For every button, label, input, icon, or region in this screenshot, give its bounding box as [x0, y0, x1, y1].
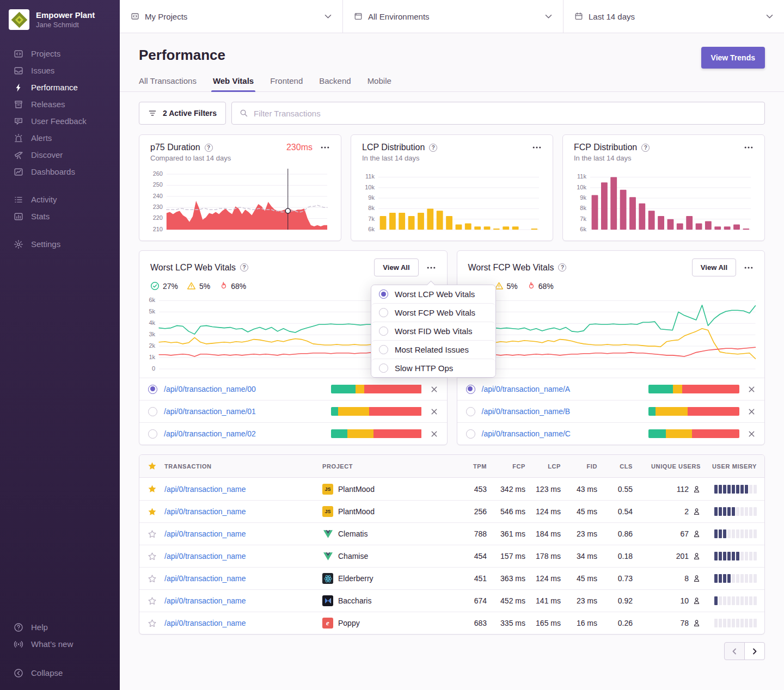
column-header-fcp[interactable]: FCP [487, 463, 525, 470]
view-all-button[interactable]: View All [692, 258, 736, 276]
project-cell[interactable]: Baccharis [322, 595, 457, 606]
help-icon[interactable]: ? [240, 263, 248, 272]
project-cell[interactable]: JSPlantMood [322, 484, 457, 495]
help-icon[interactable]: ? [429, 144, 437, 152]
transaction-link[interactable]: /api/0/transaction_name/02 [164, 429, 256, 438]
star-outline-icon[interactable] [139, 529, 164, 539]
card-menu-icon[interactable] [532, 143, 542, 152]
sidebar-item-dashboards[interactable]: Dashboards [0, 163, 120, 180]
sidebar-item-what-s-new[interactable]: What’s new [0, 636, 120, 652]
sidebar-item-projects[interactable]: Projects [0, 45, 120, 62]
card-menu-icon[interactable] [744, 263, 754, 273]
column-header-transaction[interactable]: TRANSACTION [164, 463, 322, 470]
project-cell[interactable]: ePoppy [322, 618, 457, 629]
transaction-link[interactable]: /api/0/transaction_name/C [482, 429, 571, 438]
tab-mobile[interactable]: Mobile [367, 76, 391, 91]
sidebar-item-releases[interactable]: Releases [0, 96, 120, 113]
org-switcher[interactable]: Empower Plant Jane Schmidt [0, 0, 120, 38]
card-menu-icon[interactable] [320, 143, 330, 152]
dropdown-option-most-related-issues[interactable]: Most Related Issues [371, 340, 495, 359]
dropdown-option-worst-fid-web-vitals[interactable]: Worst FID Web Vitals [371, 322, 495, 340]
transaction-link[interactable]: /api/0/transaction_name [164, 574, 322, 583]
search-input[interactable] [254, 109, 757, 118]
column-header-project[interactable]: PROJECT [322, 463, 457, 470]
close-icon[interactable] [748, 408, 756, 416]
active-filters-button[interactable]: 2 Active Filters [139, 102, 226, 125]
radio-button[interactable] [466, 407, 475, 416]
tab-backend[interactable]: Backend [319, 76, 351, 91]
sidebar-item-discover[interactable]: Discover [0, 146, 120, 163]
svg-text:6k: 6k [368, 226, 375, 232]
sidebar-item-user-feedback[interactable]: User Feedback [0, 113, 120, 130]
dropdown-option-worst-fcp-web-vitals[interactable]: Worst FCP Web Vitals [371, 303, 495, 322]
next-page-button[interactable] [744, 642, 765, 660]
column-header-tpm[interactable]: TPM [457, 463, 487, 470]
table-header-row: TRANSACTIONPROJECTTPMFCPLCPFIDCLSUNIQUE … [139, 455, 764, 478]
help-icon[interactable]: ? [641, 144, 650, 152]
table-row: /api/0/transaction_name ePoppy 683 335 m… [139, 612, 764, 634]
project-cell[interactable]: Clematis [322, 528, 457, 539]
project-cell[interactable]: Elderberry [322, 573, 457, 584]
star-icon[interactable] [139, 461, 164, 471]
column-header-unique-users[interactable]: UNIQUE USERS [633, 463, 701, 470]
dropdown-option-slow-http-ops[interactable]: Slow HTTP Ops [371, 359, 495, 377]
close-icon[interactable] [430, 408, 438, 416]
column-header-lcp[interactable]: LCP [525, 463, 561, 470]
star-outline-icon[interactable] [139, 574, 164, 583]
transaction-link[interactable]: /api/0/transaction_name/A [482, 385, 571, 393]
sidebar-item-help[interactable]: Help [0, 619, 120, 636]
sidebar-item-alerts[interactable]: Alerts [0, 130, 120, 146]
sidebar-item-collapse[interactable]: Collapse [0, 664, 120, 681]
view-trends-button[interactable]: View Trends [701, 47, 765, 69]
close-icon[interactable] [430, 430, 438, 438]
close-icon[interactable] [748, 385, 756, 393]
project-cell[interactable]: Chamise [322, 551, 457, 562]
sidebar-item-performance[interactable]: Performance [0, 79, 120, 96]
close-icon[interactable] [430, 385, 438, 393]
column-header-fid[interactable]: FID [561, 463, 597, 470]
transaction-link[interactable]: /api/0/transaction_name [164, 529, 322, 538]
transaction-link[interactable]: /api/0/transaction_name/01 [164, 407, 256, 416]
card-menu-icon[interactable] [744, 143, 754, 152]
sidebar-item-activity[interactable]: Activity [0, 191, 120, 208]
transaction-link[interactable]: /api/0/transaction_name [164, 619, 322, 627]
transaction-link[interactable]: /api/0/transaction_name [164, 552, 322, 560]
column-header-cls[interactable]: CLS [597, 463, 633, 470]
view-all-button[interactable]: View All [374, 258, 418, 276]
star-outline-icon[interactable] [139, 619, 164, 628]
sidebar-item-settings[interactable]: Settings [0, 236, 120, 252]
page-header: Performance View Trends All Transactions… [120, 33, 784, 92]
project-selector[interactable]: My Projects [120, 0, 343, 33]
transaction-link[interactable]: /api/0/transaction_name/B [482, 407, 571, 416]
radio-button[interactable] [148, 385, 157, 394]
column-header-user-misery[interactable]: USER MISERY [701, 463, 764, 470]
help-icon[interactable]: ? [205, 144, 213, 152]
sidebar-item-label: What’s new [31, 639, 73, 649]
fid-value: 23 ms [561, 596, 597, 605]
radio-button[interactable] [148, 407, 157, 416]
sidebar-item-stats[interactable]: Stats [0, 208, 120, 225]
transaction-link[interactable]: /api/0/transaction_name [164, 507, 322, 516]
transaction-link[interactable]: /api/0/transaction_name [164, 596, 322, 605]
radio-button[interactable] [148, 429, 157, 439]
environment-selector[interactable]: All Environments [343, 0, 564, 33]
tab-all-transactions[interactable]: All Transactions [139, 76, 197, 91]
previous-page-button[interactable] [724, 642, 745, 660]
sidebar-item-issues[interactable]: Issues [0, 62, 120, 79]
transaction-link[interactable]: /api/0/transaction_name [164, 485, 322, 494]
project-cell[interactable]: JSPlantMood [322, 506, 457, 517]
close-icon[interactable] [748, 430, 756, 438]
dropdown-option-worst-lcp-web-vitals[interactable]: Worst LCP Web Vitals [371, 285, 495, 303]
transaction-link[interactable]: /api/0/transaction_name/00 [164, 385, 256, 393]
radio-button[interactable] [466, 385, 475, 394]
tab-web-vitals[interactable]: Web Vitals [213, 76, 254, 91]
date-range-selector[interactable]: Last 14 days [564, 0, 784, 33]
help-icon[interactable]: ? [558, 263, 566, 272]
star-outline-icon[interactable] [139, 596, 164, 606]
radio-button[interactable] [466, 429, 475, 439]
card-menu-icon[interactable] [426, 263, 436, 273]
tab-frontend[interactable]: Frontend [270, 76, 303, 91]
star-filled-icon[interactable] [139, 507, 164, 516]
star-filled-icon[interactable] [139, 484, 164, 494]
star-outline-icon[interactable] [139, 552, 164, 561]
